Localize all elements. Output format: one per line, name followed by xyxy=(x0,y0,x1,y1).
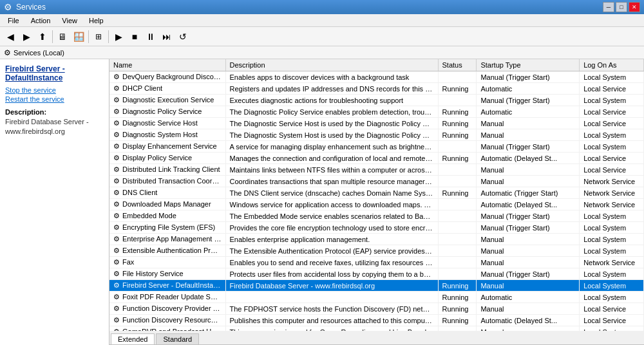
service-status-cell xyxy=(438,234,477,245)
table-row[interactable]: ⚙Function Discovery Resource Publication… xyxy=(109,315,644,326)
table-row[interactable]: ⚙Extensible Authentication ProtocolThe E… xyxy=(109,245,644,257)
service-status-cell xyxy=(438,164,477,176)
tab-extended[interactable]: Extended xyxy=(111,333,155,344)
service-icon: ⚙ xyxy=(113,258,120,266)
sidebar-description: Firebird Database Server - www.firebirds… xyxy=(5,117,104,137)
service-startup-cell: Manual xyxy=(477,164,580,176)
menu-help[interactable]: Help xyxy=(84,15,109,26)
service-name-cell: ⚙DHCP Client xyxy=(109,83,225,95)
service-status-cell: Running xyxy=(438,280,477,292)
service-startup-cell: Manual xyxy=(477,326,580,331)
service-name-cell: ⚙DevQuery Background Discovery Broker xyxy=(109,71,225,83)
table-row[interactable]: ⚙FaxEnables you to send and receive faxe… xyxy=(109,257,644,268)
service-logon-cell: Local Service xyxy=(580,118,644,129)
table-row[interactable]: ⚙Function Discovery Provider HostThe FDP… xyxy=(109,303,644,315)
service-name-cell: ⚙Extensible Authentication Protocol xyxy=(109,245,225,257)
col-header-logon[interactable]: Log On As xyxy=(580,59,644,71)
service-icon: ⚙ xyxy=(113,142,120,150)
restart-service-link[interactable]: Restart the service xyxy=(5,95,104,103)
menu-action[interactable]: Action xyxy=(26,15,56,26)
service-icon: ⚙ xyxy=(113,177,120,185)
service-logon-cell: Network Service xyxy=(580,176,644,187)
content-area: Name Description Status Startup Type Log… xyxy=(109,59,644,345)
service-desc-cell: Enables enterprise application managemen… xyxy=(225,234,438,245)
service-startup-cell: Manual (Trigger Start) xyxy=(477,71,580,83)
tab-standard[interactable]: Standard xyxy=(156,333,199,344)
table-row[interactable]: ⚙Display Enhancement ServiceA service fo… xyxy=(109,141,644,153)
service-status-cell: Running xyxy=(438,118,477,129)
properties-button[interactable]: ⊞ xyxy=(91,29,106,44)
menu-file[interactable]: File xyxy=(3,15,24,26)
service-logon-cell: Local Service xyxy=(580,106,644,118)
close-button[interactable]: ✕ xyxy=(629,2,640,12)
menu-view[interactable]: View xyxy=(57,15,82,26)
resume-service-button[interactable]: ⏭ xyxy=(159,29,175,44)
col-header-status[interactable]: Status xyxy=(438,59,477,71)
sidebar-title[interactable]: Firebird Server - DefaultInstance xyxy=(5,64,104,82)
start-service-button[interactable]: ▶ xyxy=(111,29,126,44)
table-row[interactable]: ⚙DevQuery Background Discovery BrokerEna… xyxy=(109,71,644,83)
table-row[interactable]: ⚙Diagnostic Service HostThe Diagnostic S… xyxy=(109,118,644,129)
service-name-cell: ⚙Display Policy Service xyxy=(109,153,225,164)
table-row[interactable]: ⚙Firebird Server - DefaultInstanceFirebi… xyxy=(109,280,644,292)
service-status-cell xyxy=(438,326,477,331)
service-status-cell: Running xyxy=(438,303,477,315)
service-icon: ⚙ xyxy=(113,189,120,196)
service-startup-cell: Automatic xyxy=(477,292,580,303)
service-startup-cell: Manual xyxy=(477,245,580,257)
col-header-startup[interactable]: Startup Type xyxy=(477,59,580,71)
restart-service-button[interactable]: ↺ xyxy=(175,29,191,44)
table-row[interactable]: ⚙DNS ClientThe DNS Client service (dnsca… xyxy=(109,187,644,199)
service-icon: ⚙ xyxy=(113,235,120,243)
table-row[interactable]: ⚙Encrypting File System (EFS)Provides th… xyxy=(109,222,644,234)
service-status-cell xyxy=(438,222,477,234)
col-header-desc[interactable]: Description xyxy=(225,59,438,71)
table-row[interactable]: ⚙Foxit PDF Reader Update ServiceRunningA… xyxy=(109,292,644,303)
service-icon: ⚙ xyxy=(113,96,120,104)
service-logon-cell: Network Service xyxy=(580,199,644,210)
service-logon-cell: Local System xyxy=(580,234,644,245)
service-icon: ⚙ xyxy=(113,316,120,324)
table-row[interactable]: ⚙Distributed Transaction CoordinatorCoor… xyxy=(109,176,644,187)
table-row[interactable]: ⚙Downloaded Maps ManagerWindows service … xyxy=(109,199,644,210)
table-row[interactable]: ⚙DHCP ClientRegisters and updates IP add… xyxy=(109,83,644,95)
maximize-button[interactable]: □ xyxy=(616,2,627,12)
service-name-cell: ⚙DNS Client xyxy=(109,187,225,199)
service-desc-cell: The Diagnostic Service Host is used by t… xyxy=(225,118,438,129)
back-button[interactable]: ◀ xyxy=(3,29,18,44)
table-row[interactable]: ⚙Diagnostic Execution ServiceExecutes di… xyxy=(109,95,644,106)
service-startup-cell: Manual xyxy=(477,303,580,315)
service-name-cell: ⚙Diagnostic System Host xyxy=(109,129,225,141)
service-logon-cell: Local Service xyxy=(580,83,644,95)
table-row[interactable]: ⚙Embedded ModeThe Embedded Mode service … xyxy=(109,210,644,222)
service-status-cell xyxy=(438,199,477,210)
table-row[interactable]: ⚙GameDVR and Broadcast User Service_6e80… xyxy=(109,326,644,331)
service-startup-cell: Manual (Trigger Start) xyxy=(477,268,580,280)
service-icon: ⚙ xyxy=(113,270,120,277)
col-header-name[interactable]: Name xyxy=(109,59,225,71)
table-row[interactable]: ⚙Diagnostic Policy ServiceThe Diagnostic… xyxy=(109,106,644,118)
pause-service-button[interactable]: ⏸ xyxy=(143,29,158,44)
service-icon: ⚙ xyxy=(113,281,120,289)
service-name-cell: ⚙Embedded Mode xyxy=(109,210,225,222)
service-status-cell xyxy=(438,71,477,83)
service-desc-cell: Executes diagnostic actions for troubles… xyxy=(225,95,438,106)
table-row[interactable]: ⚙Enterprise App Management ServiceEnable… xyxy=(109,234,644,245)
stop-service-button[interactable]: ■ xyxy=(127,29,142,44)
up-button[interactable]: ⬆ xyxy=(35,29,50,44)
new-window-button[interactable]: 🪟 xyxy=(71,29,86,44)
service-name-cell: ⚙Fax xyxy=(109,257,225,268)
table-row[interactable]: ⚙Diagnostic System HostThe Diagnostic Sy… xyxy=(109,129,644,141)
show-hide-console-button[interactable]: 🖥 xyxy=(55,29,70,44)
toolbar-separator-1 xyxy=(52,30,53,43)
services-table-container[interactable]: Name Description Status Startup Type Log… xyxy=(109,59,644,331)
table-row[interactable]: ⚙File History ServiceProtects user files… xyxy=(109,268,644,280)
table-row[interactable]: ⚙Display Policy ServiceManages the conne… xyxy=(109,153,644,164)
minimize-button[interactable]: ─ xyxy=(603,2,614,12)
forward-button[interactable]: ▶ xyxy=(19,29,34,44)
table-row[interactable]: ⚙Distributed Link Tracking ClientMaintai… xyxy=(109,164,644,176)
service-startup-cell: Automatic (Trigger Start) xyxy=(477,187,580,199)
stop-service-link[interactable]: Stop the service xyxy=(5,86,104,94)
service-status-cell xyxy=(438,268,477,280)
service-icon: ⚙ xyxy=(113,212,120,219)
